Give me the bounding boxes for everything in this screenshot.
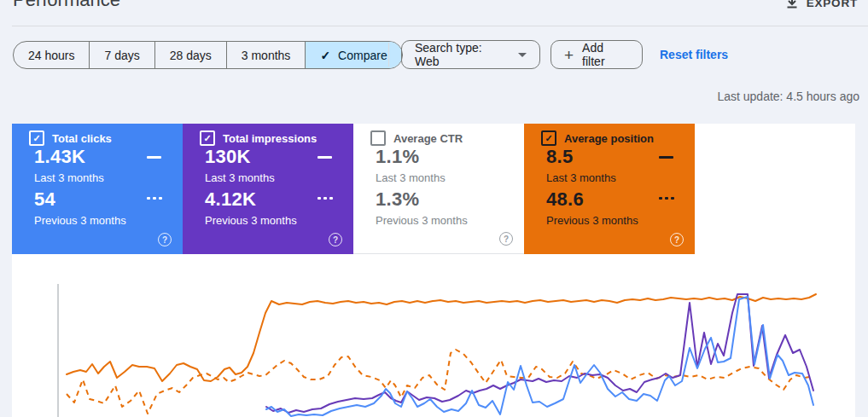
- solid-line-legend-icon: [147, 156, 161, 159]
- solid-line-legend-icon: [659, 156, 673, 159]
- card-label: Average CTR: [393, 132, 463, 145]
- performance-chart: [12, 254, 855, 417]
- help-icon[interactable]: ?: [329, 233, 342, 246]
- add-filter-button[interactable]: + Add filter: [551, 40, 643, 69]
- metric-value-current: 130K: [205, 146, 251, 168]
- metric-card-total-clicks[interactable]: ✓Total clicks1.43KLast 3 months54Previou…: [12, 124, 183, 254]
- plus-icon: +: [564, 47, 574, 63]
- metric-value-current: 8.5: [546, 146, 573, 168]
- compare-chip[interactable]: ✓Compare: [305, 42, 401, 68]
- metric-value-previous: 54: [34, 188, 55, 211]
- download-icon: [785, 0, 799, 9]
- card-label: Average position: [564, 132, 654, 145]
- metric-period-current: Last 3 months: [546, 171, 616, 184]
- checkbox-icon[interactable]: [370, 130, 386, 146]
- metric-value-previous: 1.3%: [376, 188, 419, 211]
- checkbox-icon[interactable]: ✓: [29, 130, 44, 146]
- reset-filters-link[interactable]: Reset filters: [660, 48, 728, 61]
- add-filter-label: Add filter: [582, 41, 629, 68]
- date-chip-7-days[interactable]: 7 days: [89, 42, 154, 68]
- page-title: Performance: [13, 0, 120, 11]
- search-type-label: Search type: Web: [415, 41, 510, 68]
- metric-period-previous: Previous 3 months: [546, 214, 638, 227]
- date-chip-3-months[interactable]: 3 months: [226, 42, 306, 68]
- help-icon[interactable]: ?: [499, 232, 513, 246]
- metric-value-previous: 4.12K: [205, 188, 256, 211]
- dashed-line-legend-icon: [659, 197, 676, 200]
- checkbox-icon[interactable]: ✓: [541, 130, 556, 146]
- date-range-chips: 24 hours7 days28 days3 months✓Compare: [13, 41, 403, 69]
- help-icon[interactable]: ?: [670, 233, 684, 246]
- metric-card-total-impressions[interactable]: ✓Total impressions130KLast 3 months4.12K…: [183, 124, 353, 254]
- metric-period-previous: Previous 3 months: [376, 214, 468, 227]
- check-icon: ✓: [320, 49, 330, 62]
- metric-period-previous: Previous 3 months: [205, 214, 297, 227]
- metric-value-current: 1.43K: [34, 146, 85, 168]
- filter-separator: [388, 43, 389, 67]
- export-button[interactable]: EXPORT: [785, 0, 858, 14]
- dashed-line-legend-icon: [147, 197, 164, 200]
- header-divider: [12, 26, 868, 26]
- last-update-text: Last update: 4.5 hours ago: [717, 90, 859, 103]
- chevron-down-icon: [518, 53, 527, 57]
- metric-period-previous: Previous 3 months: [34, 214, 126, 227]
- metric-card-average-ctr[interactable]: Average CTR1.1%Last 3 months1.3%Previous…: [353, 124, 524, 254]
- checkbox-icon[interactable]: ✓: [200, 130, 215, 146]
- dashed-line-legend-icon: [317, 197, 335, 200]
- metric-period-current: Last 3 months: [205, 171, 275, 184]
- compare-label: Compare: [338, 49, 387, 62]
- date-chip-28-days[interactable]: 28 days: [154, 42, 226, 68]
- metric-value-current: 1.1%: [376, 146, 419, 168]
- solid-line-legend-icon: [317, 156, 332, 159]
- date-chip-24-hours[interactable]: 24 hours: [14, 42, 89, 68]
- metric-value-previous: 48.6: [546, 188, 584, 211]
- metric-period-current: Last 3 months: [376, 171, 446, 184]
- metric-period-current: Last 3 months: [34, 171, 104, 184]
- card-label: Total impressions: [223, 132, 317, 145]
- help-icon[interactable]: ?: [158, 233, 172, 246]
- metric-card-average-position[interactable]: ✓Average position8.5Last 3 months48.6Pre…: [524, 124, 695, 254]
- card-label: Total clicks: [52, 132, 112, 145]
- export-label: EXPORT: [807, 0, 858, 9]
- search-type-dropdown[interactable]: Search type: Web: [401, 40, 540, 69]
